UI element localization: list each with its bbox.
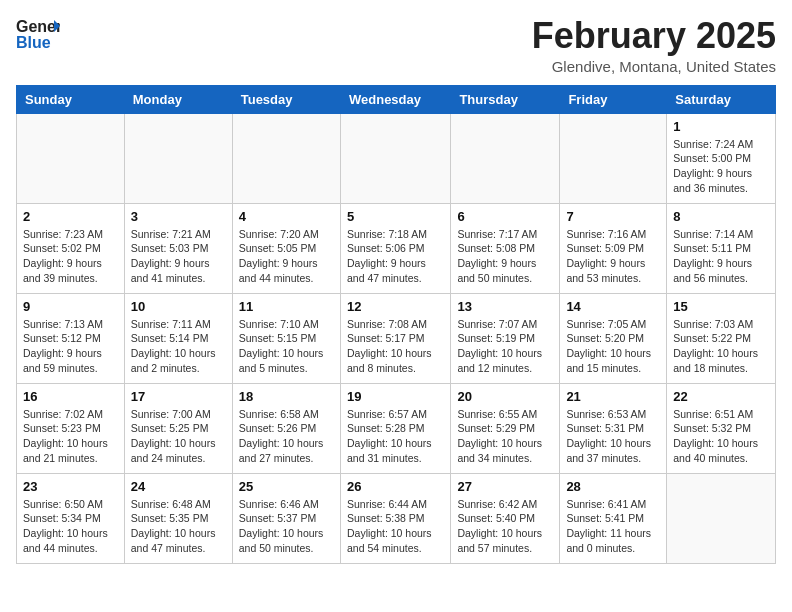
- calendar-cell: 25Sunrise: 6:46 AM Sunset: 5:37 PM Dayli…: [232, 473, 340, 563]
- day-info: Sunrise: 6:55 AM Sunset: 5:29 PM Dayligh…: [457, 407, 553, 466]
- day-info: Sunrise: 6:44 AM Sunset: 5:38 PM Dayligh…: [347, 497, 444, 556]
- calendar-week-row: 2Sunrise: 7:23 AM Sunset: 5:02 PM Daylig…: [17, 203, 776, 293]
- day-number: 11: [239, 299, 334, 314]
- day-number: 23: [23, 479, 118, 494]
- day-number: 9: [23, 299, 118, 314]
- calendar-day-header: Monday: [124, 85, 232, 113]
- day-info: Sunrise: 6:57 AM Sunset: 5:28 PM Dayligh…: [347, 407, 444, 466]
- calendar-day-header: Saturday: [667, 85, 776, 113]
- calendar-day-header: Tuesday: [232, 85, 340, 113]
- calendar-cell: [124, 113, 232, 203]
- calendar-cell: 14Sunrise: 7:05 AM Sunset: 5:20 PM Dayli…: [560, 293, 667, 383]
- calendar-day-header: Wednesday: [340, 85, 450, 113]
- day-info: Sunrise: 6:48 AM Sunset: 5:35 PM Dayligh…: [131, 497, 226, 556]
- calendar-cell: 5Sunrise: 7:18 AM Sunset: 5:06 PM Daylig…: [340, 203, 450, 293]
- day-number: 24: [131, 479, 226, 494]
- calendar-day-header: Thursday: [451, 85, 560, 113]
- day-info: Sunrise: 7:18 AM Sunset: 5:06 PM Dayligh…: [347, 227, 444, 286]
- day-number: 19: [347, 389, 444, 404]
- day-number: 3: [131, 209, 226, 224]
- calendar-week-row: 9Sunrise: 7:13 AM Sunset: 5:12 PM Daylig…: [17, 293, 776, 383]
- calendar-cell: 23Sunrise: 6:50 AM Sunset: 5:34 PM Dayli…: [17, 473, 125, 563]
- day-number: 4: [239, 209, 334, 224]
- calendar-cell: 3Sunrise: 7:21 AM Sunset: 5:03 PM Daylig…: [124, 203, 232, 293]
- calendar-cell: 10Sunrise: 7:11 AM Sunset: 5:14 PM Dayli…: [124, 293, 232, 383]
- day-info: Sunrise: 7:21 AM Sunset: 5:03 PM Dayligh…: [131, 227, 226, 286]
- day-info: Sunrise: 6:50 AM Sunset: 5:34 PM Dayligh…: [23, 497, 118, 556]
- day-info: Sunrise: 7:23 AM Sunset: 5:02 PM Dayligh…: [23, 227, 118, 286]
- day-number: 1: [673, 119, 769, 134]
- day-info: Sunrise: 6:41 AM Sunset: 5:41 PM Dayligh…: [566, 497, 660, 556]
- calendar-week-row: 1Sunrise: 7:24 AM Sunset: 5:00 PM Daylig…: [17, 113, 776, 203]
- calendar-cell: [667, 473, 776, 563]
- day-info: Sunrise: 6:51 AM Sunset: 5:32 PM Dayligh…: [673, 407, 769, 466]
- day-info: Sunrise: 7:07 AM Sunset: 5:19 PM Dayligh…: [457, 317, 553, 376]
- day-number: 12: [347, 299, 444, 314]
- day-info: Sunrise: 7:10 AM Sunset: 5:15 PM Dayligh…: [239, 317, 334, 376]
- calendar-cell: 8Sunrise: 7:14 AM Sunset: 5:11 PM Daylig…: [667, 203, 776, 293]
- calendar-cell: [560, 113, 667, 203]
- calendar-cell: 1Sunrise: 7:24 AM Sunset: 5:00 PM Daylig…: [667, 113, 776, 203]
- logo-icon: General Blue: [16, 16, 60, 52]
- day-info: Sunrise: 7:11 AM Sunset: 5:14 PM Dayligh…: [131, 317, 226, 376]
- day-info: Sunrise: 7:13 AM Sunset: 5:12 PM Dayligh…: [23, 317, 118, 376]
- day-number: 14: [566, 299, 660, 314]
- day-number: 26: [347, 479, 444, 494]
- calendar-cell: 2Sunrise: 7:23 AM Sunset: 5:02 PM Daylig…: [17, 203, 125, 293]
- day-number: 16: [23, 389, 118, 404]
- day-number: 5: [347, 209, 444, 224]
- day-info: Sunrise: 6:46 AM Sunset: 5:37 PM Dayligh…: [239, 497, 334, 556]
- svg-text:General: General: [16, 18, 60, 35]
- day-number: 18: [239, 389, 334, 404]
- calendar-cell: 22Sunrise: 6:51 AM Sunset: 5:32 PM Dayli…: [667, 383, 776, 473]
- day-number: 25: [239, 479, 334, 494]
- calendar-cell: [232, 113, 340, 203]
- calendar-cell: 24Sunrise: 6:48 AM Sunset: 5:35 PM Dayli…: [124, 473, 232, 563]
- day-info: Sunrise: 7:17 AM Sunset: 5:08 PM Dayligh…: [457, 227, 553, 286]
- calendar-cell: 9Sunrise: 7:13 AM Sunset: 5:12 PM Daylig…: [17, 293, 125, 383]
- calendar-cell: 4Sunrise: 7:20 AM Sunset: 5:05 PM Daylig…: [232, 203, 340, 293]
- page-header: General Blue February 2025 Glendive, Mon…: [16, 16, 776, 75]
- calendar-table: SundayMondayTuesdayWednesdayThursdayFrid…: [16, 85, 776, 564]
- calendar-cell: 13Sunrise: 7:07 AM Sunset: 5:19 PM Dayli…: [451, 293, 560, 383]
- day-number: 28: [566, 479, 660, 494]
- calendar-cell: 11Sunrise: 7:10 AM Sunset: 5:15 PM Dayli…: [232, 293, 340, 383]
- day-number: 22: [673, 389, 769, 404]
- calendar-cell: 28Sunrise: 6:41 AM Sunset: 5:41 PM Dayli…: [560, 473, 667, 563]
- svg-text:Blue: Blue: [16, 34, 51, 51]
- calendar-cell: 21Sunrise: 6:53 AM Sunset: 5:31 PM Dayli…: [560, 383, 667, 473]
- day-number: 20: [457, 389, 553, 404]
- day-info: Sunrise: 7:16 AM Sunset: 5:09 PM Dayligh…: [566, 227, 660, 286]
- calendar-cell: 19Sunrise: 6:57 AM Sunset: 5:28 PM Dayli…: [340, 383, 450, 473]
- day-info: Sunrise: 7:03 AM Sunset: 5:22 PM Dayligh…: [673, 317, 769, 376]
- day-info: Sunrise: 7:24 AM Sunset: 5:00 PM Dayligh…: [673, 137, 769, 196]
- calendar-cell: 7Sunrise: 7:16 AM Sunset: 5:09 PM Daylig…: [560, 203, 667, 293]
- calendar-day-header: Friday: [560, 85, 667, 113]
- title-block: February 2025 Glendive, Montana, United …: [532, 16, 776, 75]
- calendar-cell: 17Sunrise: 7:00 AM Sunset: 5:25 PM Dayli…: [124, 383, 232, 473]
- calendar-cell: 6Sunrise: 7:17 AM Sunset: 5:08 PM Daylig…: [451, 203, 560, 293]
- day-number: 13: [457, 299, 553, 314]
- day-number: 21: [566, 389, 660, 404]
- calendar-cell: 18Sunrise: 6:58 AM Sunset: 5:26 PM Dayli…: [232, 383, 340, 473]
- day-number: 7: [566, 209, 660, 224]
- calendar-cell: 20Sunrise: 6:55 AM Sunset: 5:29 PM Dayli…: [451, 383, 560, 473]
- day-info: Sunrise: 6:58 AM Sunset: 5:26 PM Dayligh…: [239, 407, 334, 466]
- calendar-day-header: Sunday: [17, 85, 125, 113]
- day-number: 27: [457, 479, 553, 494]
- day-info: Sunrise: 7:00 AM Sunset: 5:25 PM Dayligh…: [131, 407, 226, 466]
- day-number: 15: [673, 299, 769, 314]
- location: Glendive, Montana, United States: [532, 58, 776, 75]
- calendar-cell: 16Sunrise: 7:02 AM Sunset: 5:23 PM Dayli…: [17, 383, 125, 473]
- day-number: 10: [131, 299, 226, 314]
- calendar-cell: [451, 113, 560, 203]
- calendar-header-row: SundayMondayTuesdayWednesdayThursdayFrid…: [17, 85, 776, 113]
- day-info: Sunrise: 7:20 AM Sunset: 5:05 PM Dayligh…: [239, 227, 334, 286]
- month-title: February 2025: [532, 16, 776, 56]
- day-info: Sunrise: 6:53 AM Sunset: 5:31 PM Dayligh…: [566, 407, 660, 466]
- logo: General Blue: [16, 16, 60, 52]
- calendar-week-row: 16Sunrise: 7:02 AM Sunset: 5:23 PM Dayli…: [17, 383, 776, 473]
- calendar-cell: 12Sunrise: 7:08 AM Sunset: 5:17 PM Dayli…: [340, 293, 450, 383]
- day-number: 2: [23, 209, 118, 224]
- calendar-cell: [17, 113, 125, 203]
